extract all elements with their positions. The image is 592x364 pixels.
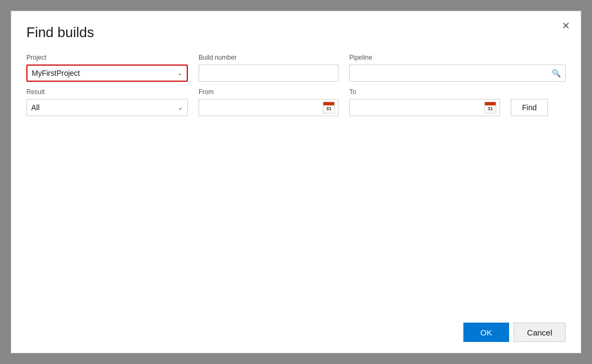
- to-date-wrapper: 31: [349, 99, 500, 116]
- project-chevron-icon: ⌄: [177, 69, 182, 77]
- close-button[interactable]: ✕: [560, 19, 572, 33]
- result-label: Result: [26, 88, 188, 96]
- pipeline-input-wrapper: 🔍: [349, 65, 566, 82]
- find-button[interactable]: Find: [511, 99, 548, 116]
- project-select[interactable]: MyFirstProject: [32, 69, 177, 77]
- pipeline-field-group: Pipeline 🔍: [349, 54, 566, 82]
- result-select[interactable]: All: [31, 103, 178, 112]
- pipeline-input[interactable]: [350, 65, 547, 81]
- from-label: From: [199, 88, 339, 96]
- project-field-group: Project MyFirstProject ⌄: [26, 54, 188, 82]
- build-number-input[interactable]: [199, 65, 339, 82]
- find-builds-dialog: Find builds ✕ Project MyFirstProject ⌄ B…: [11, 11, 581, 353]
- build-number-label: Build number: [199, 54, 339, 61]
- result-chevron-icon: ⌄: [178, 104, 183, 111]
- build-number-field-group: Build number: [199, 54, 339, 82]
- ok-button[interactable]: OK: [463, 323, 510, 342]
- project-label: Project: [26, 54, 188, 61]
- dialog-footer: OK Cancel: [463, 323, 566, 342]
- dialog-title: Find builds: [26, 24, 566, 41]
- from-date-input[interactable]: [199, 99, 320, 116]
- project-select-wrapper: MyFirstProject ⌄: [26, 65, 188, 82]
- cancel-button[interactable]: Cancel: [513, 323, 566, 342]
- form-row-2: Result All ⌄ From 31 To: [26, 88, 566, 116]
- form-row-1: Project MyFirstProject ⌄ Build number Pi…: [26, 54, 566, 82]
- from-field-group: From 31: [199, 88, 339, 116]
- from-date-wrapper: 31: [199, 99, 339, 116]
- pipeline-label: Pipeline: [349, 54, 566, 61]
- to-calendar-icon[interactable]: 31: [481, 102, 499, 113]
- result-field-group: Result All ⌄: [26, 88, 188, 116]
- pipeline-search-icon: 🔍: [547, 69, 565, 77]
- to-date-input[interactable]: [350, 99, 481, 116]
- to-field-group: To 31: [349, 88, 500, 116]
- from-calendar-icon[interactable]: 31: [320, 102, 338, 113]
- to-label: To: [349, 88, 500, 96]
- result-select-wrapper: All ⌄: [26, 99, 188, 116]
